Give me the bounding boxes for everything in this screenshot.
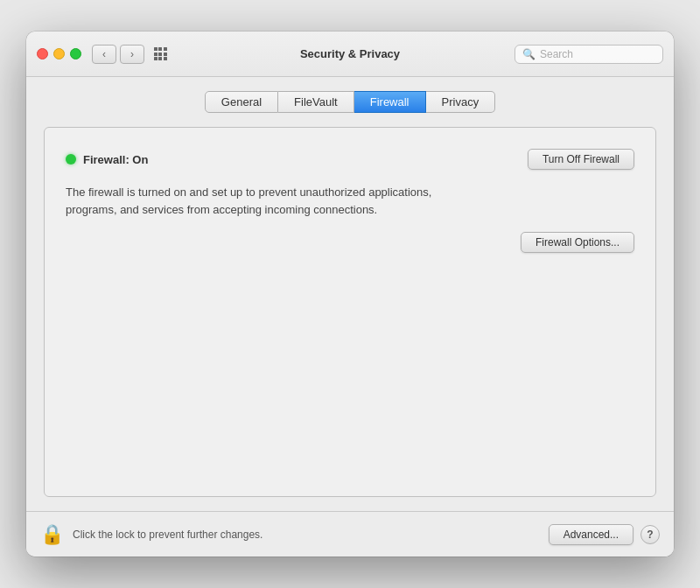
search-bar[interactable]: 🔍 Search — [514, 45, 663, 64]
turn-off-firewall-button[interactable]: Turn Off Firewall — [528, 149, 634, 170]
firewall-options-button[interactable]: Firewall Options... — [521, 232, 634, 253]
maximize-button[interactable] — [70, 48, 81, 60]
content-area: General FileVault Firewall Privacy Firew… — [26, 77, 674, 511]
tab-filevault[interactable]: FileVault — [278, 91, 354, 113]
back-button[interactable]: ‹ — [92, 45, 116, 64]
firewall-status-label: Firewall: On — [83, 153, 148, 166]
nav-buttons: ‹ › — [92, 45, 144, 64]
firewall-description: The firewall is turned on and set up to … — [66, 184, 486, 218]
tab-privacy[interactable]: Privacy — [426, 91, 496, 113]
firewall-status-row: Firewall: On Turn Off Firewall — [66, 149, 634, 170]
forward-icon: › — [130, 48, 134, 60]
advanced-button[interactable]: Advanced... — [549, 524, 634, 545]
firewall-options-row: Firewall Options... — [66, 232, 634, 253]
help-button[interactable]: ? — [640, 525, 660, 544]
minimize-button[interactable] — [53, 48, 65, 60]
main-window: ‹ › Security & Privacy 🔍 Search General … — [26, 32, 674, 556]
window-title: Security & Privacy — [300, 47, 400, 60]
search-placeholder: Search — [540, 48, 573, 60]
bottom-bar: 🔒 Click the lock to prevent further chan… — [26, 511, 674, 556]
forward-button[interactable]: › — [120, 45, 144, 64]
back-icon: ‹ — [102, 48, 106, 60]
tab-bar: General FileVault Firewall Privacy — [44, 91, 656, 113]
traffic-lights — [37, 48, 81, 60]
grid-view-button[interactable] — [148, 45, 172, 64]
close-button[interactable] — [37, 48, 48, 60]
tab-firewall[interactable]: Firewall — [354, 91, 426, 113]
status-left: Firewall: On — [66, 153, 148, 166]
firewall-panel: Firewall: On Turn Off Firewall The firew… — [44, 127, 656, 497]
bottom-buttons: Advanced... ? — [549, 524, 660, 545]
grid-icon — [154, 47, 167, 60]
firewall-status-dot — [66, 154, 76, 164]
search-icon: 🔍 — [522, 48, 536, 60]
lock-icon[interactable]: 🔒 — [40, 523, 64, 546]
titlebar: ‹ › Security & Privacy 🔍 Search — [26, 32, 674, 77]
lock-text: Click the lock to prevent further change… — [73, 528, 549, 541]
tab-general[interactable]: General — [205, 91, 278, 113]
